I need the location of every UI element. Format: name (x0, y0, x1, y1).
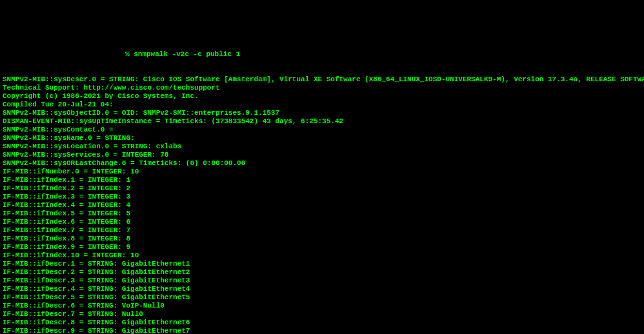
output-line: IF-MIB::ifIndex.7 = INTEGER: 7 (3, 226, 641, 235)
output-line: IF-MIB::ifIndex.2 = INTEGER: 2 (3, 184, 641, 193)
output-line: IF-MIB::ifIndex.9 = INTEGER: 9 (3, 243, 641, 251)
output-line: IF-MIB::ifDescr.3 = STRING: GigabitEther… (3, 277, 641, 285)
output-line: IF-MIB::ifDescr.6 = STRING: VoIP-Null0 (3, 302, 641, 310)
output-line: SNMPv2-MIB::sysObjectID.0 = OID: SNMPv2-… (3, 109, 641, 117)
output-line: Compiled Tue 20-Jul-21 04: (3, 101, 641, 109)
output-line: IF-MIB::ifDescr.8 = STRING: GigabitEther… (3, 319, 641, 327)
output-line: SNMPv2-MIB::sysContact.0 = (3, 126, 641, 134)
terminal-output[interactable]: % snmpwalk -v2c -c public 1 SNMPv2-MIB::… (0, 34, 644, 334)
output-line: IF-MIB::ifIndex.4 = INTEGER: 4 (3, 201, 641, 210)
output-line: SNMPv2-MIB::sysName.0 = STRING: (3, 134, 641, 142)
output-line: DISMAN-EVENT-MIB::sysUpTimeInstance = Ti… (3, 117, 641, 126)
output-line: IF-MIB::ifIndex.6 = INTEGER: 6 (3, 218, 641, 226)
command-line: % snmpwalk -v2c -c public 1 (3, 50, 641, 59)
output-line: SNMPv2-MIB::sysLocation.0 = STRING: cxla… (3, 142, 641, 151)
output-line: IF-MIB::ifDescr.1 = STRING: GigabitEther… (3, 260, 641, 268)
output-line: IF-MIB::ifDescr.7 = STRING: Null0 (3, 310, 641, 319)
output-line: IF-MIB::ifIndex.3 = INTEGER: 3 (3, 193, 641, 201)
output-line: IF-MIB::ifIndex.1 = INTEGER: 1 (3, 176, 641, 184)
output-line: SNMPv2-MIB::sysORLastChange.0 = Timetick… (3, 159, 641, 168)
output-line: IF-MIB::ifDescr.5 = STRING: GigabitEther… (3, 293, 641, 302)
output-line: IF-MIB::ifDescr.4 = STRING: GigabitEther… (3, 285, 641, 293)
output-line: IF-MIB::ifIndex.8 = INTEGER: 8 (3, 235, 641, 243)
output-line: Technical Support: http://www.cisco.com/… (3, 84, 641, 92)
output-line: Copyright (c) 1986-2021 by Cisco Systems… (3, 92, 641, 101)
output-line: IF-MIB::ifIndex.5 = INTEGER: 5 (3, 210, 641, 218)
output-lines: SNMPv2-MIB::sysDescr.0 = STRING: Cisco I… (3, 75, 641, 334)
output-line: IF-MIB::ifNumber.0 = INTEGER: 10 (3, 168, 641, 176)
output-line: SNMPv2-MIB::sysDescr.0 = STRING: Cisco I… (3, 75, 641, 84)
output-line: IF-MIB::ifIndex.10 = INTEGER: 10 (3, 251, 641, 260)
output-line: SNMPv2-MIB::sysServices.0 = INTEGER: 78 (3, 151, 641, 159)
output-line: IF-MIB::ifDescr.2 = STRING: GigabitEther… (3, 268, 641, 277)
output-line: IF-MIB::ifDescr.9 = STRING: GigabitEther… (3, 327, 641, 334)
